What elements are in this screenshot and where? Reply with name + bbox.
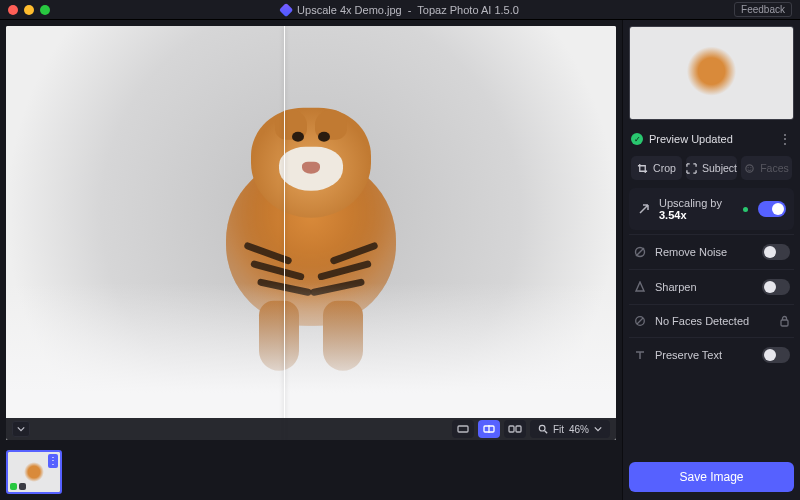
remove-noise-toggle[interactable] (762, 244, 790, 260)
magnifier-icon (538, 424, 548, 434)
title-sep: - (408, 4, 412, 16)
status-text: Preview Updated (649, 133, 733, 145)
filmstrip-thumbnail[interactable]: ⋮ (6, 450, 62, 494)
sidebar: ✓ Preview Updated ⋮ Crop Subject Faces (622, 20, 800, 500)
faces-icon (744, 163, 755, 174)
preserve-text-row[interactable]: Preserve Text (629, 337, 794, 372)
preserve-text-toggle[interactable] (762, 347, 790, 363)
remove-noise-label: Remove Noise (655, 246, 754, 258)
svg-point-8 (748, 167, 749, 168)
window-controls (8, 5, 50, 15)
subject-button[interactable]: Subject (686, 156, 737, 180)
faces-button[interactable]: Faces (741, 156, 792, 180)
face-recovery-label: No Faces Detected (655, 315, 771, 327)
view-single-button[interactable] (452, 420, 474, 438)
comparison-slider[interactable] (284, 26, 286, 440)
status-menu-button[interactable]: ⋮ (779, 132, 792, 146)
image-foreground (6, 283, 616, 440)
svg-rect-14 (781, 320, 788, 326)
title-app: Topaz Photo AI 1.5.0 (417, 4, 519, 16)
face-recovery-row: No Faces Detected (629, 304, 794, 337)
crop-button[interactable]: Crop (631, 156, 682, 180)
upscale-label: Upscaling by 3.54x (659, 197, 735, 221)
zoom-label: Fit (553, 424, 564, 435)
image-viewport[interactable]: Fit 46% (6, 26, 616, 440)
filmstrip-toggle-button[interactable] (12, 421, 30, 437)
navigator-preview[interactable] (629, 26, 794, 120)
no-faces-icon (633, 314, 647, 328)
zoom-control[interactable]: Fit 46% (530, 420, 610, 438)
sharpen-icon (633, 280, 647, 294)
view-split-button[interactable] (478, 420, 500, 438)
zoom-value: 46% (569, 424, 589, 435)
upscale-row[interactable]: Upscaling by 3.54x (629, 188, 794, 230)
svg-point-7 (746, 164, 753, 171)
app-icon (279, 2, 293, 16)
remove-noise-row[interactable]: Remove Noise (629, 234, 794, 269)
remove-noise-icon (633, 245, 647, 259)
subject-icon (686, 163, 697, 174)
status-active-dot (743, 207, 748, 212)
svg-point-5 (539, 425, 545, 431)
svg-line-6 (545, 431, 548, 434)
save-image-button[interactable]: Save Image (629, 462, 794, 492)
close-window-button[interactable] (8, 5, 18, 15)
svg-rect-0 (458, 426, 468, 432)
titlebar: Upscale 4x Demo.jpg - Topaz Photo AI 1.5… (0, 0, 800, 20)
minimize-window-button[interactable] (24, 5, 34, 15)
svg-rect-3 (509, 426, 514, 432)
sharpen-toggle[interactable] (762, 279, 790, 295)
svg-point-9 (751, 167, 752, 168)
upscale-toggle[interactable] (758, 201, 786, 217)
feedback-button[interactable]: Feedback (734, 2, 792, 17)
crop-icon (637, 163, 648, 174)
sharpen-row[interactable]: Sharpen (629, 269, 794, 304)
svg-rect-4 (516, 426, 521, 432)
maximize-window-button[interactable] (40, 5, 50, 15)
lock-icon (779, 315, 790, 327)
sharpen-label: Sharpen (655, 281, 754, 293)
view-sidebyside-button[interactable] (504, 420, 526, 438)
thumbnail-badges (10, 483, 26, 490)
status-row: ✓ Preview Updated ⋮ (629, 126, 794, 152)
chevron-down-icon (594, 425, 602, 433)
viewer-toolbar: Fit 46% (6, 418, 616, 440)
preserve-text-icon (633, 348, 647, 362)
upscale-icon (637, 202, 651, 216)
status-ok-icon: ✓ (631, 133, 643, 145)
window-title: Upscale 4x Demo.jpg - Topaz Photo AI 1.5… (281, 4, 519, 16)
svg-line-13 (637, 318, 643, 324)
thumbnail-menu-button[interactable]: ⋮ (48, 454, 58, 468)
title-filename: Upscale 4x Demo.jpg (297, 4, 402, 16)
preserve-text-label: Preserve Text (655, 349, 754, 361)
filmstrip: ⋮ (0, 446, 622, 500)
